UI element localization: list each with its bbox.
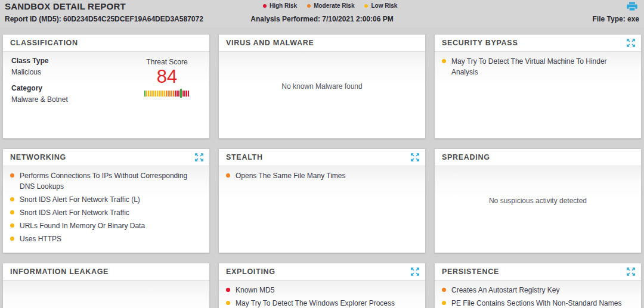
sandbox-detail-report-page: SANDBOX DETAIL REPORT High RiskModerate … (0, 0, 644, 308)
finding-item: Snort IDS Alert For Network Traffic (L) (10, 194, 202, 205)
gauge-bar (151, 91, 153, 97)
card-security-bypass: SECURITY BYPASS May Try To Detect The Vi… (434, 34, 642, 139)
finding-text: Uses HTTPS (20, 234, 61, 244)
card-title: CLASSIFICATION (10, 39, 78, 47)
gauge-bar (157, 91, 158, 97)
gauge-bar (186, 91, 187, 97)
card-stealth-header: STEALTH (219, 149, 425, 166)
finding-text: May Try To Detect The Virtual Machine To… (451, 56, 634, 77)
risk-legend: High RiskModerate RiskLow Risk (263, 2, 397, 9)
finding-item: Performs Connections To IPs Without Corr… (10, 170, 202, 192)
threat-score-value: 84 (134, 67, 200, 87)
card-security-bypass-body: May Try To Detect The Virtual Machine To… (435, 52, 641, 138)
gauge-bar (146, 91, 147, 97)
card-classification: CLASSIFICATION Class Type Malicious Cate… (2, 34, 210, 139)
card-networking-header: NETWORKING (3, 149, 209, 166)
report-meta-bar: Report ID (MD5): 60D234D54C25DCEF19A64DE… (0, 15, 644, 26)
gauge-bar (182, 91, 184, 97)
printer-icon (627, 2, 637, 11)
expand-icon[interactable] (627, 267, 635, 276)
low-risk-dot-icon (226, 301, 230, 305)
card-title: EXPLOITING (226, 267, 275, 276)
gauge-bar (150, 91, 151, 97)
finding-text: Snort IDS Alert For Network Traffic (L) (20, 194, 140, 205)
finding-item: Known MD5 (226, 285, 418, 295)
finding-text: May Try To Detect The Windows Explorer P… (236, 298, 395, 308)
finding-text: Performs Connections To IPs Without Corr… (20, 170, 202, 192)
gauge-bar (148, 91, 149, 97)
gauge-bar (178, 91, 179, 97)
finding-item: Snort IDS Alert For Network Traffic (10, 207, 202, 218)
low-risk-dot-icon (364, 4, 368, 8)
legend-label: Moderate Risk (314, 2, 354, 9)
gauge-bar (159, 91, 160, 97)
expand-icon[interactable] (627, 39, 635, 47)
gauge-bar (169, 91, 171, 97)
gauge-bar (164, 91, 165, 97)
gauge-bar (168, 91, 169, 97)
card-persistence: PERSISTENCE Creates An Autostart Registr… (434, 263, 642, 308)
card-exploiting-body: Known MD5May Try To Detect The Windows E… (219, 281, 425, 308)
card-classification-body: Class Type Malicious Category Malware & … (3, 52, 209, 138)
finding-item: May Try To Detect The Virtual Machine To… (442, 56, 634, 77)
moderate-risk-dot-icon (10, 173, 14, 178)
finding-text: URLs Found In Memory Or Binary Data (20, 220, 145, 231)
report-id: Report ID (MD5): 60D234D54C25DCEF19A64DE… (5, 15, 203, 23)
expand-icon[interactable] (411, 153, 419, 161)
moderate-risk-dot-icon (226, 173, 230, 178)
legend-item-moderate-risk: Moderate Risk (307, 2, 354, 9)
card-classification-header: CLASSIFICATION (3, 35, 209, 52)
finding-item: Creates An Autostart Registry Key (442, 285, 634, 295)
card-virus-and-malware-body: No known Malware found (219, 52, 425, 138)
card-information-leakage: INFORMATION LEAKAGE (2, 263, 210, 308)
card-title: SPREADING (442, 153, 490, 161)
threat-score-gauge (134, 89, 200, 98)
gauge-bar (166, 91, 167, 97)
card-spreading: SPREADING No suspicious activity detecte… (434, 148, 642, 253)
card-persistence-header: PERSISTENCE (435, 263, 641, 281)
card-title: NETWORKING (10, 153, 66, 161)
legend-item-low-risk: Low Risk (364, 2, 397, 9)
card-security-bypass-header: SECURITY BYPASS (435, 35, 641, 52)
finding-text: Creates An Autostart Registry Key (451, 285, 559, 295)
threat-score-block: Threat Score 84 (134, 58, 200, 135)
gauge-bar (144, 91, 145, 97)
finding-item: Uses HTTPS (10, 234, 202, 244)
finding-item: Opens The Same File Many Times (226, 170, 418, 181)
card-networking: NETWORKING Performs Connections To IPs W… (2, 148, 210, 253)
gauge-bar (171, 91, 172, 97)
finding-item: URLs Found In Memory Or Binary Data (10, 220, 202, 231)
print-button[interactable] (627, 2, 637, 11)
moderate-risk-dot-icon (442, 288, 446, 292)
category-value: Malware & Botnet (11, 95, 68, 104)
analysis-timestamp: Analysis Performed: 7/10/2021 2:00:06 PM (250, 15, 393, 23)
empty-state-text: No known Malware found (281, 82, 362, 91)
finding-text: Snort IDS Alert For Network Traffic (20, 207, 129, 218)
card-stealth: STEALTH Opens The Same File Many Times (218, 148, 426, 253)
empty-state-text: No suspicious activity detected (489, 197, 587, 205)
finding-text: Opens The Same File Many Times (236, 170, 346, 181)
gauge-score-marker (180, 89, 182, 98)
gauge-bar (155, 91, 156, 97)
moderate-risk-dot-icon (307, 4, 311, 8)
expand-icon[interactable] (411, 267, 419, 276)
legend-label: Low Risk (371, 2, 397, 9)
low-risk-dot-icon (10, 197, 14, 201)
card-information-leakage-header: INFORMATION LEAKAGE (3, 263, 209, 281)
high-risk-dot-icon (226, 288, 230, 292)
low-risk-dot-icon (442, 301, 446, 305)
classification-fields: Class Type Malicious Category Malware & … (11, 57, 68, 135)
report-cards-grid: CLASSIFICATION Class Type Malicious Cate… (2, 34, 642, 308)
card-title: PERSISTENCE (442, 267, 499, 276)
finding-item: May Try To Detect The Windows Explorer P… (226, 298, 418, 308)
expand-icon[interactable] (195, 153, 203, 161)
class-type-value: Malicious (11, 68, 68, 76)
category-label: Category (11, 84, 68, 92)
card-networking-body: Performs Connections To IPs Without Corr… (3, 166, 209, 253)
gauge-bar (173, 91, 174, 97)
low-risk-dot-icon (10, 210, 14, 214)
report-header: SANDBOX DETAIL REPORT High RiskModerate … (0, 0, 644, 27)
finding-item: PE File Contains Sections With Non-Stand… (442, 298, 634, 308)
card-information-leakage-body (3, 281, 209, 308)
threat-score-label: Threat Score (134, 58, 200, 66)
